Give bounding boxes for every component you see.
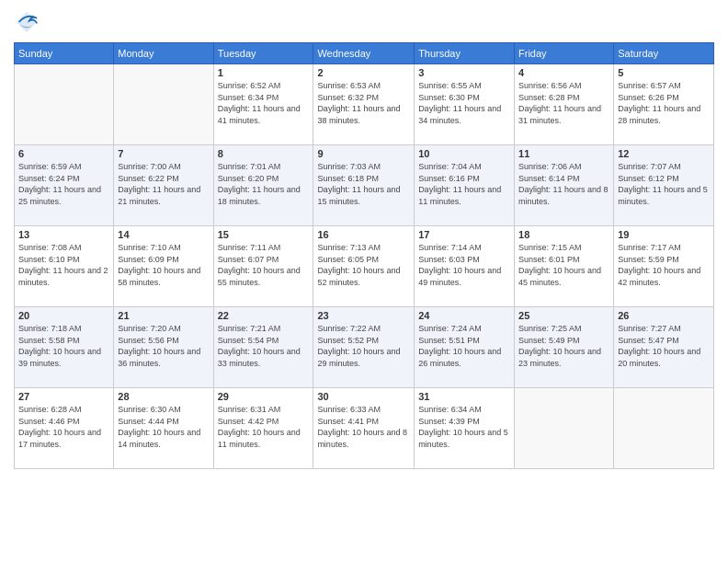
logo [14,9,43,35]
day-info: Sunrise: 7:01 AM Sunset: 6:20 PM Dayligh… [218,161,310,207]
calendar-day-cell: 27Sunrise: 6:28 AM Sunset: 4:46 PM Dayli… [15,388,114,469]
day-number: 19 [618,229,710,240]
day-info: Sunrise: 7:14 AM Sunset: 6:03 PM Dayligh… [418,242,510,288]
day-info: Sunrise: 7:10 AM Sunset: 6:09 PM Dayligh… [118,242,209,288]
day-number: 23 [317,310,410,321]
calendar-day-cell: 31Sunrise: 6:34 AM Sunset: 4:39 PM Dayli… [415,388,515,469]
day-number: 31 [418,391,510,402]
calendar-day-cell: 10Sunrise: 7:04 AM Sunset: 6:16 PM Dayli… [415,145,515,226]
weekday-header: Monday [114,43,213,64]
day-number: 30 [317,391,410,402]
day-number: 28 [118,391,209,402]
calendar-day-cell [114,64,213,145]
day-info: Sunrise: 6:28 AM Sunset: 4:46 PM Dayligh… [18,404,109,450]
day-number: 4 [518,67,609,78]
day-info: Sunrise: 6:56 AM Sunset: 6:28 PM Dayligh… [518,80,609,126]
calendar-day-cell: 18Sunrise: 7:15 AM Sunset: 6:01 PM Dayli… [515,226,614,307]
day-number: 24 [418,310,510,321]
day-number: 7 [118,148,209,159]
day-info: Sunrise: 6:31 AM Sunset: 4:42 PM Dayligh… [218,404,310,450]
day-info: Sunrise: 7:07 AM Sunset: 6:12 PM Dayligh… [618,161,710,207]
calendar-day-cell: 8Sunrise: 7:01 AM Sunset: 6:20 PM Daylig… [213,145,313,226]
calendar-day-cell: 4Sunrise: 6:56 AM Sunset: 6:28 PM Daylig… [515,64,614,145]
day-number: 29 [218,391,310,402]
day-number: 5 [618,67,710,78]
day-number: 1 [218,67,310,78]
day-info: Sunrise: 6:59 AM Sunset: 6:24 PM Dayligh… [18,161,109,207]
day-number: 20 [18,310,109,321]
day-info: Sunrise: 7:13 AM Sunset: 6:05 PM Dayligh… [317,242,410,288]
day-number: 16 [317,229,410,240]
calendar-day-cell: 15Sunrise: 7:11 AM Sunset: 6:07 PM Dayli… [213,226,313,307]
calendar-day-cell: 2Sunrise: 6:53 AM Sunset: 6:32 PM Daylig… [313,64,415,145]
calendar-day-cell: 3Sunrise: 6:55 AM Sunset: 6:30 PM Daylig… [415,64,515,145]
calendar-day-cell: 5Sunrise: 6:57 AM Sunset: 6:26 PM Daylig… [614,64,714,145]
calendar-day-cell: 20Sunrise: 7:18 AM Sunset: 5:58 PM Dayli… [15,307,114,388]
calendar-day-cell [515,388,614,469]
day-number: 9 [317,148,410,159]
calendar-week-row: 20Sunrise: 7:18 AM Sunset: 5:58 PM Dayli… [15,307,714,388]
day-info: Sunrise: 7:22 AM Sunset: 5:52 PM Dayligh… [317,323,410,369]
calendar-header-row: SundayMondayTuesdayWednesdayThursdayFrid… [15,43,714,64]
day-number: 27 [18,391,109,402]
calendar-day-cell: 19Sunrise: 7:17 AM Sunset: 5:59 PM Dayli… [614,226,714,307]
day-number: 13 [18,229,109,240]
calendar-table: SundayMondayTuesdayWednesdayThursdayFrid… [14,42,714,469]
weekday-header: Tuesday [213,43,313,64]
calendar-day-cell [614,388,714,469]
day-info: Sunrise: 7:15 AM Sunset: 6:01 PM Dayligh… [518,242,609,288]
calendar-day-cell: 6Sunrise: 6:59 AM Sunset: 6:24 PM Daylig… [15,145,114,226]
weekday-header: Friday [515,43,614,64]
calendar-day-cell: 9Sunrise: 7:03 AM Sunset: 6:18 PM Daylig… [313,145,415,226]
calendar-day-cell: 1Sunrise: 6:52 AM Sunset: 6:34 PM Daylig… [213,64,313,145]
day-info: Sunrise: 6:53 AM Sunset: 6:32 PM Dayligh… [317,80,410,126]
day-info: Sunrise: 7:08 AM Sunset: 6:10 PM Dayligh… [18,242,109,288]
calendar-week-row: 6Sunrise: 6:59 AM Sunset: 6:24 PM Daylig… [15,145,714,226]
day-info: Sunrise: 7:18 AM Sunset: 5:58 PM Dayligh… [18,323,109,369]
day-number: 11 [518,148,609,159]
calendar-day-cell: 13Sunrise: 7:08 AM Sunset: 6:10 PM Dayli… [15,226,114,307]
day-info: Sunrise: 7:24 AM Sunset: 5:51 PM Dayligh… [418,323,510,369]
calendar-day-cell [15,64,114,145]
calendar-day-cell: 7Sunrise: 7:00 AM Sunset: 6:22 PM Daylig… [114,145,213,226]
day-number: 22 [218,310,310,321]
calendar-day-cell: 23Sunrise: 7:22 AM Sunset: 5:52 PM Dayli… [313,307,415,388]
calendar-day-cell: 12Sunrise: 7:07 AM Sunset: 6:12 PM Dayli… [614,145,714,226]
day-info: Sunrise: 6:52 AM Sunset: 6:34 PM Dayligh… [218,80,310,126]
day-number: 26 [618,310,710,321]
day-number: 12 [618,148,710,159]
logo-icon [14,9,40,35]
day-info: Sunrise: 6:30 AM Sunset: 4:44 PM Dayligh… [118,404,209,450]
day-info: Sunrise: 7:21 AM Sunset: 5:54 PM Dayligh… [218,323,310,369]
day-number: 8 [218,148,310,159]
day-info: Sunrise: 7:25 AM Sunset: 5:49 PM Dayligh… [518,323,609,369]
day-info: Sunrise: 6:33 AM Sunset: 4:41 PM Dayligh… [317,404,410,450]
calendar-day-cell: 29Sunrise: 6:31 AM Sunset: 4:42 PM Dayli… [213,388,313,469]
day-info: Sunrise: 7:27 AM Sunset: 5:47 PM Dayligh… [618,323,710,369]
calendar-day-cell: 28Sunrise: 6:30 AM Sunset: 4:44 PM Dayli… [114,388,213,469]
weekday-header: Sunday [15,43,114,64]
day-number: 6 [18,148,109,159]
header [14,9,714,35]
calendar-week-row: 27Sunrise: 6:28 AM Sunset: 4:46 PM Dayli… [15,388,714,469]
day-info: Sunrise: 6:57 AM Sunset: 6:26 PM Dayligh… [618,80,710,126]
day-info: Sunrise: 7:17 AM Sunset: 5:59 PM Dayligh… [618,242,710,288]
day-info: Sunrise: 7:00 AM Sunset: 6:22 PM Dayligh… [118,161,209,207]
day-info: Sunrise: 7:20 AM Sunset: 5:56 PM Dayligh… [118,323,209,369]
calendar-day-cell: 30Sunrise: 6:33 AM Sunset: 4:41 PM Dayli… [313,388,415,469]
calendar-week-row: 13Sunrise: 7:08 AM Sunset: 6:10 PM Dayli… [15,226,714,307]
day-number: 17 [418,229,510,240]
calendar-day-cell: 14Sunrise: 7:10 AM Sunset: 6:09 PM Dayli… [114,226,213,307]
calendar-day-cell: 17Sunrise: 7:14 AM Sunset: 6:03 PM Dayli… [415,226,515,307]
day-number: 25 [518,310,609,321]
calendar-week-row: 1Sunrise: 6:52 AM Sunset: 6:34 PM Daylig… [15,64,714,145]
day-number: 10 [418,148,510,159]
day-info: Sunrise: 7:04 AM Sunset: 6:16 PM Dayligh… [418,161,510,207]
day-number: 21 [118,310,209,321]
day-info: Sunrise: 7:03 AM Sunset: 6:18 PM Dayligh… [317,161,410,207]
weekday-header: Wednesday [313,43,415,64]
calendar-day-cell: 11Sunrise: 7:06 AM Sunset: 6:14 PM Dayli… [515,145,614,226]
day-number: 2 [317,67,410,78]
day-info: Sunrise: 7:06 AM Sunset: 6:14 PM Dayligh… [518,161,609,207]
weekday-header: Saturday [614,43,714,64]
